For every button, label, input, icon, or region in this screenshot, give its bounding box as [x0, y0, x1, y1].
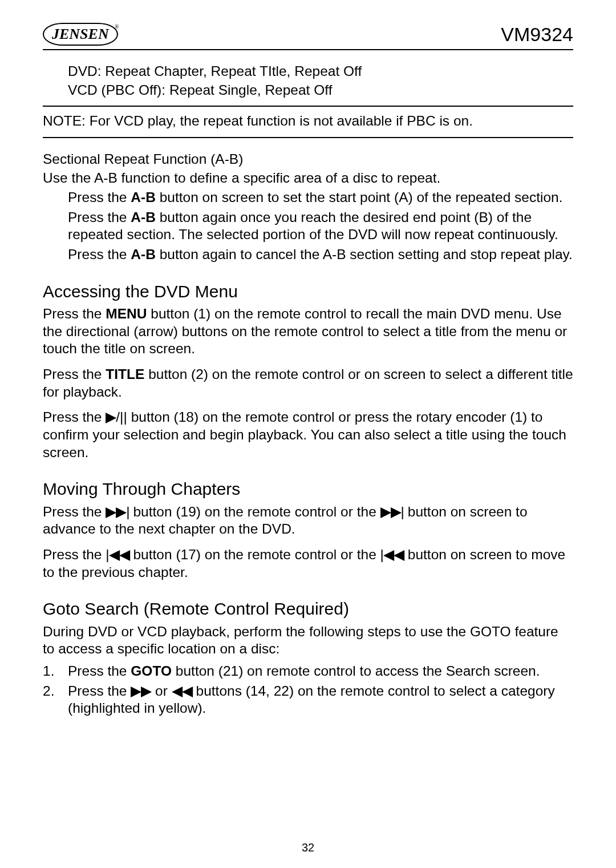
chapters-next: Press the ▶▶| button (19) on the remote …	[43, 503, 573, 538]
text: button again to cancel the A-B section s…	[156, 247, 573, 262]
list-number: 1.	[43, 663, 68, 680]
model-number: VM9324	[501, 23, 573, 46]
divider	[43, 106, 573, 107]
note-pbc: NOTE: For VCD play, the repeat function …	[43, 112, 573, 130]
text: Press the	[43, 547, 106, 562]
list-item: 1. Press the GOTO button (21) on remote …	[43, 663, 573, 680]
text: or	[151, 683, 171, 699]
page-number: 32	[0, 841, 616, 854]
list-item: 2. Press the ▶▶ or ◀◀ buttons (14, 22) o…	[43, 683, 573, 717]
next-track-icon: ▶▶|	[380, 504, 404, 519]
ab-title: Sectional Repeat Function (A-B)	[43, 151, 573, 168]
text: Press the	[68, 247, 131, 262]
rewind-icon: ◀◀	[172, 683, 192, 699]
prev-track-icon: |◀◀	[106, 547, 129, 562]
ab-button-label: A-B	[131, 247, 156, 262]
ab-button-label: A-B	[131, 209, 156, 225]
goto-steps: 1. Press the GOTO button (21) on remote …	[43, 663, 573, 717]
heading-chapters: Moving Through Chapters	[43, 478, 573, 500]
heading-goto: Goto Search (Remote Control Required)	[43, 598, 573, 620]
fast-forward-icon: ▶▶	[131, 683, 151, 699]
dvd-menu-p2: Press the TITLE button (2) on the remote…	[43, 366, 573, 401]
prev-track-icon: |◀◀	[380, 547, 404, 562]
repeat-vcd-line: VCD (PBC Off): Repeat Single, Repeat Off	[68, 82, 573, 99]
ab-steps: Press the A-B button on screen to set th…	[43, 189, 573, 264]
ab-step-1: Press the A-B button on screen to set th…	[68, 189, 573, 207]
text: Press the	[43, 366, 106, 382]
text: Press the	[43, 306, 106, 321]
page-content: DVD: Repeat Chapter, Repeat TItle, Repea…	[43, 63, 573, 717]
text: button (21) on remote control to access …	[172, 663, 540, 679]
text: Press the	[43, 504, 106, 519]
menu-button-label: MENU	[106, 306, 147, 321]
text: Press the	[68, 189, 131, 205]
brand-logo: JENSEN	[43, 23, 118, 46]
list-text: Press the GOTO button (21) on remote con…	[68, 663, 573, 680]
ab-step-3: Press the A-B button again to cancel the…	[68, 246, 573, 264]
page: JENSEN VM9324 DVD: Repeat Chapter, Repea…	[0, 0, 616, 868]
ab-intro: Use the A-B function to define a specifi…	[43, 169, 573, 187]
divider	[43, 137, 573, 138]
list-text: Press the ▶▶ or ◀◀ buttons (14, 22) on t…	[68, 683, 573, 717]
text: Press the	[43, 409, 106, 425]
dvd-menu-p1: Press the MENU button (1) on the remote …	[43, 305, 573, 358]
ab-button-label: A-B	[131, 189, 156, 205]
chapters-prev: Press the |◀◀ button (17) on the remote …	[43, 546, 573, 581]
title-button-label: TITLE	[106, 366, 144, 382]
repeat-modes-block: DVD: Repeat Chapter, Repeat TItle, Repea…	[43, 63, 573, 99]
page-header: JENSEN VM9324	[43, 23, 573, 50]
text: button (19) on the remote control or the	[129, 504, 380, 519]
heading-dvd-menu: Accessing the DVD Menu	[43, 281, 573, 302]
text: /|| button (18) on the remote control or…	[43, 409, 566, 459]
text: button on screen to set the start point …	[156, 189, 563, 205]
text: Press the	[68, 683, 131, 699]
repeat-dvd-line: DVD: Repeat Chapter, Repeat TItle, Repea…	[68, 63, 573, 80]
next-track-icon: ▶▶|	[106, 504, 129, 519]
text: Press the	[68, 209, 131, 225]
text: button (17) on the remote control or the	[129, 547, 380, 562]
goto-button-label: GOTO	[131, 663, 172, 679]
list-number: 2.	[43, 683, 68, 717]
play-icon: ▶	[106, 409, 116, 425]
goto-intro: During DVD or VCD playback, perform the …	[43, 623, 573, 658]
ab-step-2: Press the A-B button again once you reac…	[68, 209, 573, 244]
text: Press the	[68, 663, 131, 679]
dvd-menu-p3: Press the ▶/|| button (18) on the remote…	[43, 409, 573, 461]
